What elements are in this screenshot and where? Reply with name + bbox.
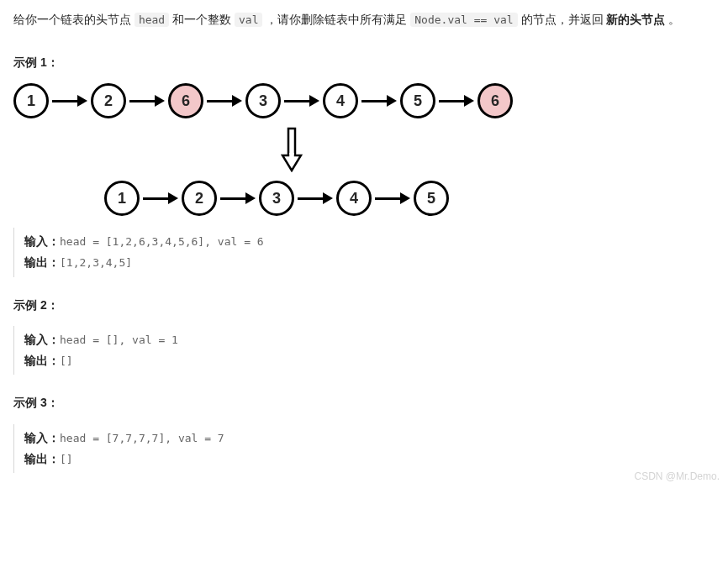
list-node: 2 [182, 181, 217, 216]
arrow-icon [143, 192, 178, 204]
list-node: 1 [13, 83, 49, 118]
example-output-line: 输出：[] [24, 449, 715, 470]
output-label: 输出： [24, 452, 60, 465]
list-node: 4 [336, 181, 372, 216]
arrow-icon [284, 95, 319, 107]
desc-text: ，请你删除链表中所有满足 [262, 13, 410, 26]
output-text: [1,2,3,4,5] [60, 256, 132, 269]
arrow-icon [439, 95, 474, 107]
output-label: 输出： [24, 354, 60, 367]
list-node: 5 [400, 83, 435, 118]
example-input-line: 输入：head = [1,2,6,3,4,5,6], val = 6 [24, 231, 715, 252]
arrow-icon [361, 95, 397, 107]
arrow-icon [375, 192, 410, 204]
inline-code-cond: Node.val == val [410, 13, 517, 27]
input-label: 输入： [24, 333, 60, 346]
svg-marker-1 [282, 155, 301, 171]
example-block-1: 输入：head = [1,2,6,3,4,5,6], val = 6 输出：[1… [13, 228, 715, 276]
output-text: [] [60, 453, 73, 465]
arrow-icon [207, 95, 242, 107]
list-node: 3 [259, 181, 294, 216]
arrow-icon [52, 95, 87, 107]
down-arrow-icon [281, 127, 303, 172]
example-input-line: 输入：head = [7,7,7,7], val = 7 [24, 428, 715, 449]
output-label: 输出： [24, 255, 60, 269]
input-text: head = [7,7,7,7], val = 7 [60, 432, 224, 444]
example-input-line: 输入：head = [], val = 1 [24, 329, 715, 350]
example-block-2: 输入：head = [], val = 1 输出：[] [13, 326, 715, 375]
desc-text: 。 [665, 13, 680, 26]
example-title-3: 示例 3： [13, 393, 715, 412]
desc-text: 和一个整数 [169, 13, 235, 26]
after-list-row: 12345 [104, 181, 715, 216]
example-output-line: 输出：[1,2,3,4,5] [24, 252, 715, 273]
watermark: CSDN @Mr.Demo. [634, 469, 720, 485]
output-text: [] [60, 355, 73, 367]
list-node: 1 [104, 181, 140, 216]
arrow-icon [129, 95, 165, 107]
desc-bold: 新的头节点 [606, 13, 665, 26]
input-text: head = [], val = 1 [60, 334, 178, 346]
list-node: 2 [91, 83, 126, 118]
input-text: head = [1,2,6,3,4,5,6], val = 6 [60, 235, 264, 248]
list-node: 6 [168, 83, 203, 118]
desc-text: 的节点，并返回 [518, 13, 607, 26]
example-title-2: 示例 2： [13, 296, 715, 314]
list-node: 6 [477, 83, 513, 118]
transform-arrow [281, 127, 715, 172]
inline-code-val: val [235, 13, 262, 27]
list-node: 5 [414, 181, 449, 216]
desc-text: 给你一个链表的头节点 [13, 13, 135, 26]
example-output-line: 输出：[] [24, 350, 715, 371]
svg-rect-0 [288, 129, 295, 157]
arrow-icon [220, 192, 256, 204]
input-label: 输入： [24, 234, 60, 248]
before-list-row: 1263456 [13, 83, 715, 118]
svg-rect-2 [289, 153, 294, 157]
arrow-icon [298, 192, 333, 204]
example-block-3: 输入：head = [7,7,7,7], val = 7 输出：[] [13, 424, 715, 473]
list-node: 4 [323, 83, 358, 118]
linked-list-diagram: 1263456 12345 [13, 83, 715, 216]
inline-code-head: head [135, 13, 169, 27]
problem-description: 给你一个链表的头节点 head 和一个整数 val ，请你删除链表中所有满足 N… [13, 10, 715, 29]
list-node: 3 [245, 83, 281, 118]
example-title-1: 示例 1： [13, 53, 715, 71]
input-label: 输入： [24, 431, 60, 444]
